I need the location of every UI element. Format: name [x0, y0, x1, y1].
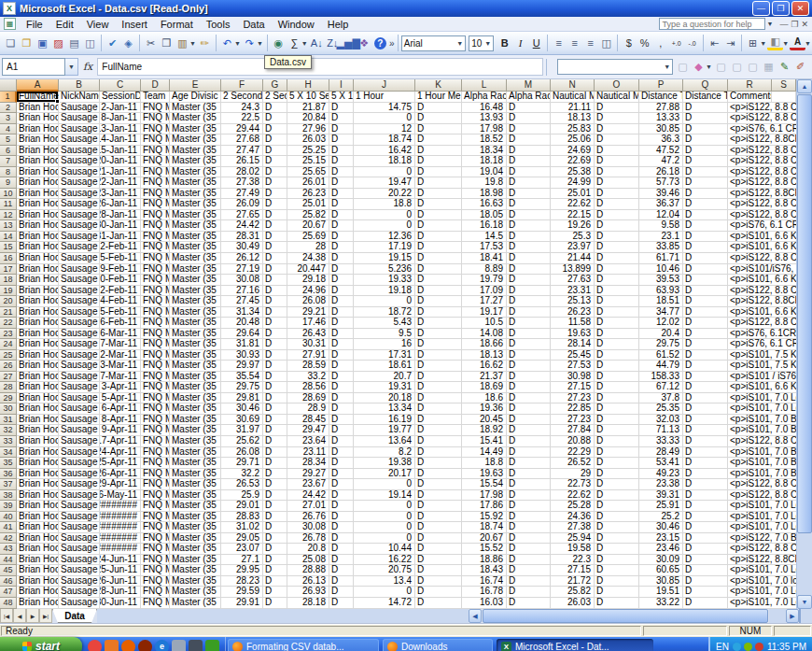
- cell-I36[interactable]: D: [329, 469, 354, 480]
- cell-F12[interactable]: 27.65: [221, 210, 263, 221]
- row-header-21[interactable]: 21: [0, 307, 17, 318]
- cell-G8[interactable]: D: [263, 167, 287, 178]
- cell-Q38[interactable]: D: [683, 490, 728, 502]
- cell-K24[interactable]: D: [415, 339, 462, 350]
- cell-C38[interactable]: 6-May-11: [100, 490, 141, 502]
- cell-I33[interactable]: D: [329, 436, 354, 447]
- cell-G38[interactable]: D: [263, 490, 287, 502]
- cell-H34[interactable]: 23.11: [287, 447, 329, 459]
- cell-F3[interactable]: 22.5: [221, 113, 263, 124]
- cell-A47[interactable]: Brian Hoog: [17, 587, 59, 598]
- cell-B44[interactable]: Sausage: [59, 555, 100, 566]
- cell-Q29[interactable]: D: [683, 393, 728, 404]
- cell-Q32[interactable]: D: [683, 425, 728, 436]
- cell-D31[interactable]: FNQ Mob: [141, 415, 170, 426]
- cell-F45[interactable]: 29.95: [221, 565, 263, 576]
- cell-H39[interactable]: 27.01: [287, 501, 329, 512]
- cell-F48[interactable]: 29.91: [221, 598, 263, 609]
- language-indicator[interactable]: EN: [716, 642, 729, 651]
- cell-D19[interactable]: FNQ Mob: [141, 286, 170, 297]
- cell-O25[interactable]: D: [595, 350, 639, 361]
- cell-N39[interactable]: 25.28: [551, 501, 595, 512]
- sort-ascending-icon[interactable]: A↓: [309, 35, 325, 51]
- cell-F42[interactable]: 29.05: [221, 533, 263, 545]
- cell-J22[interactable]: 5.43: [354, 318, 415, 329]
- cell-B23[interactable]: Sausage: [59, 329, 100, 340]
- cell-J39[interactable]: 0: [354, 501, 415, 512]
- cell-Q33[interactable]: D: [683, 436, 728, 447]
- cell-C23[interactable]: 6-Mar-11: [100, 329, 141, 340]
- cell-P17[interactable]: 10.46: [639, 264, 683, 276]
- cell-M38[interactable]: D: [507, 490, 551, 502]
- merge-center-icon[interactable]: ◫: [598, 35, 614, 51]
- cell-J15[interactable]: 17.19: [354, 242, 415, 253]
- cell-L9[interactable]: 19.8: [462, 177, 507, 189]
- cell-A48[interactable]: Brian Hoog: [17, 598, 59, 609]
- cell-F9[interactable]: 27.38: [221, 177, 263, 189]
- toolbar2-grid3-icon[interactable]: ▢: [745, 59, 761, 75]
- cell-H16[interactable]: 24.38: [287, 253, 329, 264]
- cell-O13[interactable]: D: [595, 220, 639, 232]
- cell-N44[interactable]: 22.3: [551, 555, 595, 566]
- column-header-C[interactable]: C: [100, 79, 141, 92]
- cell-M34[interactable]: D: [507, 447, 551, 459]
- cell-N35[interactable]: 26.52: [551, 458, 595, 469]
- cell-P22[interactable]: 12.02: [639, 318, 683, 329]
- cell-Q14[interactable]: D: [683, 232, 728, 243]
- cell-M4[interactable]: D: [507, 124, 551, 135]
- cell-G43[interactable]: D: [263, 544, 287, 555]
- cell-R22[interactable]: <p>iS122, 8.8 CRed, 44: [728, 318, 796, 329]
- cell-C37[interactable]: 29-Apr-11: [100, 479, 141, 490]
- cell-G7[interactable]: D: [263, 156, 287, 167]
- cell-O29[interactable]: D: [595, 393, 639, 404]
- cell-B20[interactable]: Sausage: [59, 296, 100, 307]
- cell-C34[interactable]: 24-Apr-11: [100, 447, 141, 459]
- cell-M6[interactable]: D: [507, 146, 551, 157]
- cell-D45[interactable]: FNQ Mob: [141, 565, 170, 576]
- research-icon[interactable]: ◈: [120, 35, 136, 51]
- cell-O39[interactable]: D: [595, 501, 639, 512]
- cell-O1[interactable]: Nautical M: [595, 92, 639, 103]
- cell-L14[interactable]: 14.5: [462, 232, 507, 243]
- cell-P31[interactable]: 32.03: [639, 415, 683, 426]
- cell-C26[interactable]: 13-Mar-11: [100, 361, 141, 372]
- cell-H40[interactable]: 26.76: [287, 512, 329, 523]
- cell-H8[interactable]: 25.65: [287, 167, 329, 178]
- italic-icon[interactable]: I: [512, 35, 528, 51]
- cell-P19[interactable]: 63.93: [639, 286, 683, 297]
- cell-Q11[interactable]: D: [683, 199, 728, 210]
- cell-K7[interactable]: D: [415, 156, 462, 167]
- cell-C4[interactable]: 13-Jan-11: [100, 124, 141, 135]
- cell-C22[interactable]: 26-Feb-11: [100, 318, 141, 329]
- column-header-D[interactable]: D: [141, 79, 170, 92]
- cell-E41[interactable]: Master (35: [170, 522, 221, 533]
- cell-J1[interactable]: 1 Hour: [354, 92, 415, 103]
- cell-J17[interactable]: 5.236: [354, 264, 415, 276]
- cell-N29[interactable]: 27.23: [551, 393, 595, 404]
- cell-K42[interactable]: D: [415, 533, 462, 545]
- cell-P40[interactable]: 25.2: [639, 512, 683, 523]
- column-header-O[interactable]: O: [595, 79, 639, 92]
- currency-icon[interactable]: $: [621, 35, 637, 51]
- cell-A6[interactable]: Brian Hoog: [17, 146, 59, 157]
- row-header-13[interactable]: 13: [0, 220, 17, 232]
- tray-alert-icon[interactable]: [755, 643, 763, 651]
- cell-M47[interactable]: D: [507, 587, 551, 598]
- cell-N2[interactable]: 21.11: [551, 103, 595, 114]
- cell-O5[interactable]: D: [595, 134, 639, 146]
- cell-K20[interactable]: D: [415, 296, 462, 307]
- cell-C7[interactable]: 20-Jan-11: [100, 156, 141, 167]
- cell-M31[interactable]: D: [507, 415, 551, 426]
- font-color-icon-dropdown[interactable]: ▼: [805, 40, 811, 47]
- cell-O20[interactable]: D: [595, 296, 639, 307]
- cell-L32[interactable]: 18.92: [462, 425, 507, 436]
- cell-N32[interactable]: 27.84: [551, 425, 595, 436]
- cell-F43[interactable]: 23.07: [221, 544, 263, 555]
- cell-N42[interactable]: 25.94: [551, 533, 595, 545]
- cell-E15[interactable]: Master (35: [170, 242, 221, 253]
- cell-O34[interactable]: D: [595, 447, 639, 459]
- cell-Q36[interactable]: D: [683, 469, 728, 480]
- cell-P21[interactable]: 34.77: [639, 307, 683, 318]
- row-header-35[interactable]: 35: [0, 458, 17, 469]
- cell-K39[interactable]: D: [415, 501, 462, 512]
